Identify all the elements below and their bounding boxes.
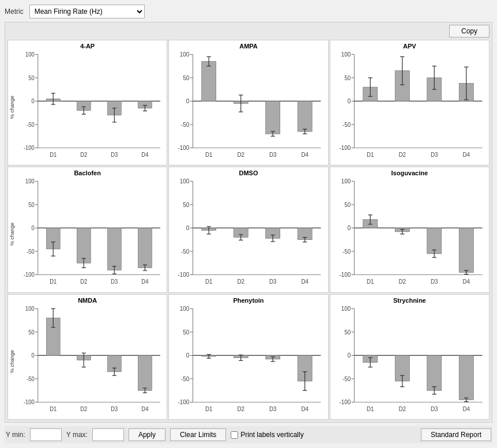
svg-text:50: 50 (344, 202, 351, 208)
svg-rect-122 (107, 228, 121, 270)
svg-text:50: 50 (183, 202, 190, 208)
svg-rect-117 (77, 228, 91, 263)
chart-svg-area-4ap: 100500-50-100D1D2D3D4 (16, 51, 165, 164)
content-area: Copy 4-AP% change100500-50-100D1D2D3D4AM… (5, 22, 492, 423)
svg-text:D4: D4 (302, 278, 309, 285)
chart-title-apv: APV (403, 43, 416, 50)
chart-svg-area-phenytoin: 100500-50-100D1D2D3D4 (170, 305, 326, 418)
chart-inner-baclofen: % change100500-50-100D1D2D3D4 (9, 178, 165, 291)
svg-text:-50: -50 (342, 122, 351, 128)
svg-text:D3: D3 (111, 278, 118, 285)
svg-text:D2: D2 (80, 278, 87, 285)
svg-text:-50: -50 (181, 122, 190, 128)
chart-inner-nmda: % change100500-50-100D1D2D3D4 (9, 305, 165, 418)
svg-rect-127 (138, 228, 152, 268)
svg-text:100: 100 (25, 51, 35, 58)
svg-text:D1: D1 (205, 152, 213, 158)
svg-text:-100: -100 (178, 272, 190, 278)
chart-title-4ap: 4-AP (80, 43, 95, 50)
svg-text:50: 50 (344, 329, 351, 335)
chart-svg-apv: 100500-50-100D1D2D3D4 (332, 51, 488, 164)
svg-text:D4: D4 (462, 278, 470, 285)
svg-rect-46 (202, 61, 216, 101)
print-labels-text: Print labels vertically (240, 431, 303, 439)
chart-cell-dmso: DMSO100500-50-100D1D2D3D4 (168, 167, 328, 292)
charts-grid: 4-AP% change100500-50-100D1D2D3D4AMPA100… (7, 40, 490, 420)
chart-svg-area-baclofen: 100500-50-100D1D2D3D4 (16, 178, 165, 291)
chart-cell-apv: APV100500-50-100D1D2D3D4 (330, 40, 490, 165)
chart-cell-nmda: NMDA% change100500-50-100D1D2D3D4 (7, 294, 167, 420)
svg-rect-193 (459, 228, 473, 273)
y-max-label: Y max: (66, 431, 88, 439)
chart-svg-ampa: 100500-50-100D1D2D3D4 (170, 51, 326, 164)
svg-text:-100: -100 (339, 399, 351, 405)
svg-text:-50: -50 (27, 249, 35, 255)
svg-text:-100: -100 (178, 399, 190, 405)
svg-rect-292 (459, 355, 473, 400)
svg-text:D2: D2 (398, 278, 406, 285)
chart-svg-nmda: 100500-50-100D1D2D3D4 (16, 305, 165, 418)
main-container: Metric Mean Firing Rate (Hz)Burst RateNe… (0, 0, 497, 448)
bottom-bar: Y min: Y max: Apply Clear Limits Print l… (5, 426, 492, 443)
svg-text:50: 50 (183, 75, 190, 81)
svg-text:100: 100 (25, 178, 35, 185)
y-min-input[interactable] (30, 428, 62, 441)
chart-inner-isoguvacine: 100500-50-100D1D2D3D4 (332, 178, 488, 291)
chart-title-baclofen: Baclofen (74, 170, 100, 176)
apply-button[interactable]: Apply (129, 428, 165, 441)
svg-text:100: 100 (341, 306, 351, 312)
svg-text:50: 50 (28, 74, 35, 81)
svg-text:0: 0 (347, 352, 351, 359)
svg-text:50: 50 (344, 75, 351, 81)
svg-text:100: 100 (180, 51, 190, 58)
chart-cell-strychnine: Strychnine100500-50-100D1D2D3D4 (330, 294, 490, 420)
svg-text:D2: D2 (398, 152, 406, 158)
svg-text:D4: D4 (141, 278, 149, 285)
chart-svg-area-apv: 100500-50-100D1D2D3D4 (332, 51, 488, 164)
copy-button[interactable]: Copy (449, 25, 490, 37)
svg-text:-100: -100 (339, 145, 351, 151)
y-axis-label-baclofen: % change (9, 223, 15, 246)
svg-rect-226 (138, 355, 152, 390)
svg-text:50: 50 (28, 202, 35, 208)
y-max-input[interactable] (92, 428, 124, 441)
svg-text:D2: D2 (238, 278, 245, 285)
svg-text:D4: D4 (462, 405, 470, 412)
svg-text:D3: D3 (111, 405, 118, 412)
print-labels-checkbox[interactable] (231, 431, 238, 439)
metric-select[interactable]: Mean Firing Rate (Hz)Burst RateNetwork B… (29, 5, 145, 18)
chart-inner-ampa: 100500-50-100D1D2D3D4 (170, 51, 326, 164)
svg-text:D1: D1 (205, 278, 213, 285)
svg-text:D4: D4 (302, 405, 309, 412)
svg-text:D3: D3 (431, 405, 438, 412)
svg-text:D2: D2 (398, 405, 406, 412)
chart-svg-area-ampa: 100500-50-100D1D2D3D4 (170, 51, 326, 164)
chart-inner-4ap: % change100500-50-100D1D2D3D4 (9, 51, 165, 164)
chart-inner-dmso: 100500-50-100D1D2D3D4 (170, 178, 326, 291)
chart-cell-4ap: 4-AP% change100500-50-100D1D2D3D4 (7, 40, 167, 165)
chart-svg-dmso: 100500-50-100D1D2D3D4 (170, 178, 326, 291)
svg-text:D3: D3 (269, 405, 277, 412)
svg-text:100: 100 (25, 305, 35, 311)
standard-report-button[interactable]: Standard Report (421, 428, 491, 441)
svg-text:D2: D2 (238, 152, 245, 158)
clear-limits-button[interactable]: Clear Limits (170, 428, 226, 441)
chart-svg-area-nmda: 100500-50-100D1D2D3D4 (16, 305, 165, 418)
svg-text:D1: D1 (50, 151, 57, 157)
svg-text:D2: D2 (238, 405, 245, 412)
chart-title-nmda: NMDA (78, 297, 97, 304)
print-labels-checkbox-label[interactable]: Print labels vertically (231, 431, 303, 439)
svg-text:-100: -100 (24, 272, 35, 278)
svg-text:D4: D4 (302, 152, 309, 158)
svg-text:D3: D3 (111, 151, 118, 157)
chart-svg-baclofen: 100500-50-100D1D2D3D4 (16, 178, 165, 291)
chart-svg-area-strychnine: 100500-50-100D1D2D3D4 (332, 305, 488, 418)
svg-text:D1: D1 (367, 152, 374, 158)
svg-text:100: 100 (180, 178, 190, 185)
svg-text:50: 50 (28, 329, 35, 335)
svg-text:D2: D2 (80, 151, 87, 157)
svg-text:0: 0 (32, 98, 35, 104)
metric-label: Metric (5, 7, 24, 16)
svg-text:100: 100 (180, 306, 190, 312)
chart-cell-isoguvacine: Isoguvacine100500-50-100D1D2D3D4 (330, 167, 490, 292)
